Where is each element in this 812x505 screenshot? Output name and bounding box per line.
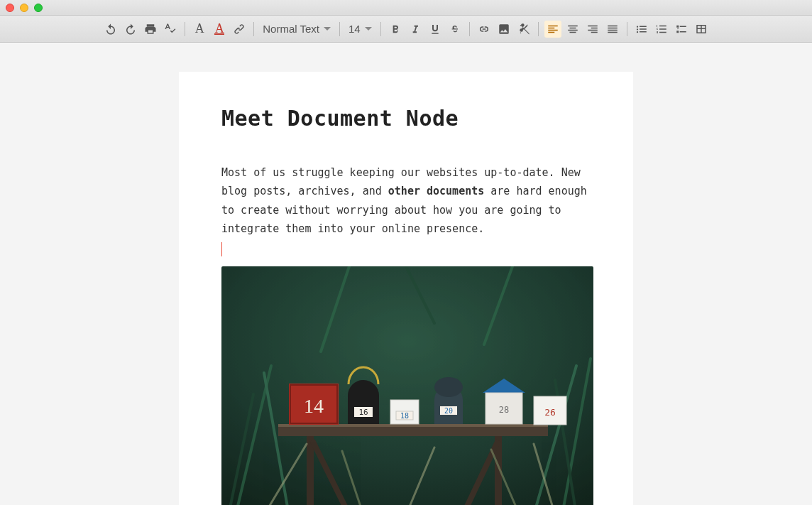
- chevron-down-icon: [324, 27, 331, 34]
- undo-icon: [104, 23, 117, 36]
- numbered-list-button[interactable]: [653, 21, 670, 38]
- toolbar: A A Normal Text 14: [0, 16, 812, 43]
- mailbox-number-4: 20: [444, 407, 453, 415]
- font-color-button[interactable]: A: [211, 21, 228, 38]
- checklist-icon: [675, 23, 688, 36]
- mailbox-number-5: 28: [499, 405, 509, 415]
- document-paragraph[interactable]: Most of us struggle keeping our websites…: [221, 163, 591, 238]
- image-icon: [498, 23, 510, 36]
- bold-icon: [390, 23, 401, 35]
- insert-image-button[interactable]: [495, 21, 512, 38]
- bold-button[interactable]: [387, 21, 404, 38]
- paragraph-style-label: Normal Text: [263, 23, 319, 35]
- italic-button[interactable]: [407, 21, 424, 38]
- printer-icon: [144, 23, 157, 36]
- link-icon: [233, 23, 246, 36]
- scissors-icon: [517, 23, 530, 36]
- mailbox-number-6: 26: [544, 407, 556, 418]
- redo-icon: [124, 23, 137, 36]
- insert-hyperlink-button[interactable]: [476, 21, 493, 38]
- font-family-button[interactable]: A: [191, 21, 208, 38]
- print-button[interactable]: [142, 21, 159, 38]
- bulleted-list-button[interactable]: [633, 21, 650, 38]
- zoom-window-button[interactable]: [34, 4, 43, 12]
- font-size-dropdown[interactable]: 14: [346, 21, 375, 36]
- align-center-icon: [566, 23, 579, 36]
- svg-rect-0: [221, 266, 593, 505]
- align-center-button[interactable]: [564, 21, 581, 38]
- font-color-swatch: [214, 33, 224, 35]
- align-right-icon: [586, 23, 599, 36]
- align-right-button[interactable]: [584, 21, 601, 38]
- spellcheck-button[interactable]: [162, 21, 179, 38]
- mailbox-number-1: 14: [304, 395, 324, 417]
- strikethrough-button[interactable]: [446, 21, 463, 38]
- undo-button[interactable]: [102, 21, 119, 38]
- close-window-button[interactable]: [6, 4, 14, 12]
- spellcheck-icon: [164, 23, 177, 36]
- align-left-button[interactable]: [544, 21, 561, 38]
- align-justify-button[interactable]: [604, 21, 621, 38]
- align-left-icon: [547, 23, 559, 36]
- document-title[interactable]: Meet Document Node: [221, 106, 591, 131]
- font-letter-icon: A: [195, 21, 204, 36]
- document-page[interactable]: Meet Document Node Most of us struggle k…: [179, 72, 633, 505]
- checklist-button[interactable]: [673, 21, 690, 38]
- insert-link-button[interactable]: [231, 21, 248, 38]
- titlebar: [0, 0, 812, 16]
- strikethrough-icon: [449, 23, 461, 35]
- bullet-list-icon: [635, 23, 648, 36]
- chain-link-icon: [478, 23, 490, 36]
- insert-table-button[interactable]: [693, 21, 710, 38]
- text-cursor: [221, 242, 222, 256]
- cut-button[interactable]: [515, 21, 532, 38]
- chevron-down-icon: [365, 27, 372, 34]
- mailbox-number-2: 16: [358, 408, 368, 417]
- table-icon: [695, 23, 708, 36]
- align-justify-icon: [606, 23, 619, 36]
- mailboxes-photo: 14 16 18: [221, 266, 593, 505]
- numbered-list-icon: [655, 23, 668, 36]
- underline-button[interactable]: [427, 21, 444, 38]
- underline-icon: [429, 23, 441, 35]
- mailbox-number-3: 18: [400, 412, 409, 420]
- redo-button[interactable]: [122, 21, 139, 38]
- svg-point-22: [434, 377, 463, 397]
- font-size-label: 14: [349, 23, 361, 35]
- embedded-image[interactable]: 14 16 18: [221, 266, 593, 505]
- document-canvas[interactable]: Meet Document Node Most of us struggle k…: [0, 43, 812, 505]
- italic-icon: [410, 23, 421, 35]
- para-text-bold: other documents: [388, 185, 484, 197]
- minimize-window-button[interactable]: [20, 4, 28, 12]
- font-color-letter-icon: A: [215, 23, 224, 33]
- paragraph-style-dropdown[interactable]: Normal Text: [260, 21, 334, 36]
- svg-rect-10: [278, 426, 548, 436]
